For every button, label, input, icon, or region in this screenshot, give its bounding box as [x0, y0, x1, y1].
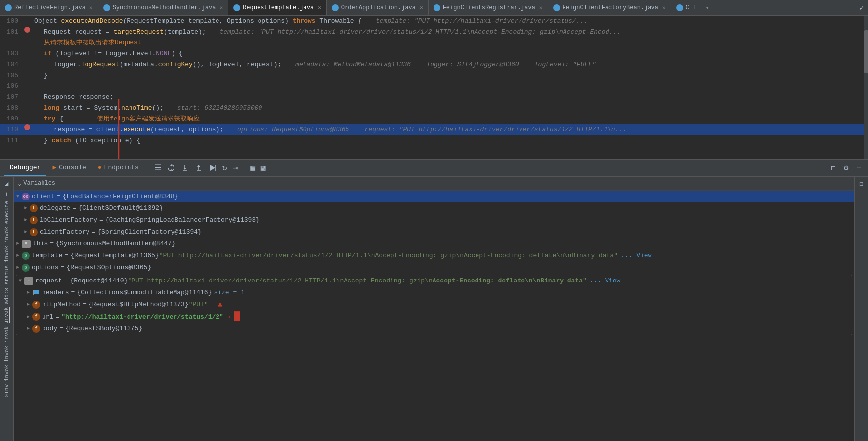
tab-more-button[interactable]: ▾: [701, 4, 713, 12]
tab-feign-factory[interactable]: FeignClientFactoryBean.java ✕: [548, 0, 671, 15]
invok-item-6[interactable]: invok: [4, 365, 10, 381]
execute-item[interactable]: execute: [4, 201, 10, 224]
tab-label: FeignClientsRegistrar.java: [443, 4, 535, 11]
var-row-url[interactable]: ► f url = "http://hailtaxi-driver/driver…: [16, 311, 852, 323]
expand-icon[interactable]: ►: [24, 289, 32, 297]
var-row-delegate[interactable]: ► f delegate = {Client$Default@11392}: [14, 202, 854, 214]
var-equals: =: [83, 301, 87, 308]
tab-order-app[interactable]: OrderApplication.java ✕: [327, 0, 429, 15]
var-row-body[interactable]: ► f body = {Request$Body@11375}: [16, 323, 852, 335]
flag-icon: [32, 289, 40, 297]
code-line-101: 101 Request request = targetRequest(temp…: [0, 27, 868, 38]
var-row-client[interactable]: ▼ oo client = {LoadBalancerFeignClient@8…: [14, 191, 854, 202]
expand-icon[interactable]: ▼: [16, 277, 24, 285]
add3-item[interactable]: add:3: [4, 288, 10, 304]
line-content: response = client.execute(request, optio…: [32, 124, 868, 135]
var-row-headers[interactable]: ► headers = {Collections$UnmodifiableMap…: [16, 287, 852, 299]
layout-btn[interactable]: ◻: [828, 161, 839, 175]
settings-btn[interactable]: ⚙: [841, 161, 852, 175]
status-item[interactable]: status: [4, 265, 10, 285]
force-step-btn[interactable]: ⇥: [230, 161, 241, 175]
close-icon[interactable]: ✕: [662, 4, 666, 11]
step-out-btn[interactable]: [192, 162, 206, 174]
watches-btn[interactable]: ▦: [247, 161, 258, 175]
checkmark-icon[interactable]: ✓: [859, 3, 864, 13]
expand-icon[interactable]: ►: [22, 216, 30, 224]
layout-icon[interactable]: ◻: [860, 180, 864, 188]
code-line-103: 103 if (logLevel != Logger.Level.NONE) {: [0, 48, 868, 59]
var-extra: size = 1: [214, 289, 244, 296]
close-icon[interactable]: ✕: [89, 4, 93, 11]
invok-item-3[interactable]: invok: [3, 307, 10, 323]
expand-icon[interactable]: ►: [14, 252, 22, 260]
var-name: httpMethod: [42, 301, 81, 308]
close-icon[interactable]: ✕: [539, 4, 543, 11]
close-icon[interactable]: ✕: [318, 4, 321, 11]
var-row-lb-factory[interactable]: ► f lbClientFactory = {CachingSpringLoad…: [14, 214, 854, 226]
filter-btn[interactable]: ◢: [5, 180, 9, 188]
close-icon[interactable]: ✕: [420, 4, 423, 11]
tab-synchronous[interactable]: SynchronousMethodHandler.java ✕: [98, 0, 228, 15]
var-row-request[interactable]: ▼ ≡ request = {Request@11410} "PUT http:…: [16, 275, 852, 287]
var-value-str: "PUT http://hailtaxi-driver/driver/statu…: [159, 252, 618, 259]
expand-icon[interactable]: ►: [24, 301, 32, 309]
var-row-httpmethod[interactable]: ► f httpMethod = {Request$HttpMethod@113…: [16, 299, 852, 311]
toolbar-separator-2: [244, 163, 244, 173]
collapse-vars-btn[interactable]: ⌄: [18, 180, 21, 187]
expand-icon[interactable]: ►: [24, 313, 32, 321]
tab-label: C I: [686, 4, 696, 11]
run-to-cursor-btn[interactable]: [206, 162, 219, 174]
step-into-btn[interactable]: [178, 162, 192, 174]
tab-endpoints[interactable]: ● Endpoints: [92, 160, 145, 176]
var-equals: =: [59, 325, 63, 332]
tab-console[interactable]: ▶ Console: [46, 160, 91, 176]
expand-icon[interactable]: ►: [22, 228, 30, 236]
variables-list[interactable]: ▼ oo client = {LoadBalancerFeignClient@8…: [14, 191, 854, 441]
flag-svg: [33, 290, 39, 296]
var-value: {RequestTemplate@11365}: [70, 252, 159, 259]
step-over-btn[interactable]: [164, 162, 178, 174]
tab-label: SynchronousMethodHandler.java: [113, 4, 216, 11]
step-out-icon: [195, 164, 203, 172]
invok-item-4[interactable]: invok: [4, 326, 10, 343]
invok-item-5[interactable]: invok: [4, 346, 10, 362]
tab-feign-clients[interactable]: FeignClientsRegistrar.java ✕: [429, 0, 548, 15]
code-line-108: 108 long start = System.nanoTime(); star…: [0, 103, 868, 114]
view-link[interactable]: ... View: [621, 252, 651, 259]
type-badge-f: f: [32, 325, 40, 333]
0inv-item[interactable]: 0Inv: [4, 384, 10, 397]
expand-icon[interactable]: ►: [14, 240, 22, 248]
add-watch-btn[interactable]: +: [5, 191, 9, 198]
var-row-this[interactable]: ► ≡ this = {SynchronousMethodHandler@844…: [14, 238, 854, 250]
hamburger-btn[interactable]: ☰: [151, 161, 164, 175]
line-number: 107: [0, 92, 22, 103]
expand-icon[interactable]: ▼: [14, 193, 22, 200]
vertical-scrollbar[interactable]: [864, 16, 868, 159]
tab-request-template[interactable]: RequestTemplate.java ✕: [228, 0, 327, 15]
close-icon[interactable]: ✕: [220, 4, 223, 11]
expand-icon[interactable]: ►: [14, 264, 22, 272]
tab-debugger[interactable]: Debugger: [4, 160, 46, 176]
frames-btn[interactable]: ▩: [258, 161, 269, 175]
var-row-template[interactable]: ► p template = {RequestTemplate@11365} "…: [14, 250, 854, 262]
var-row-client-factory[interactable]: ► f clientFactory = {SpringClientFactory…: [14, 226, 854, 238]
var-row-options[interactable]: ► p options = {Request$Options@8365}: [14, 262, 854, 274]
var-name: headers: [42, 289, 69, 296]
tab-ci[interactable]: C I: [671, 0, 702, 15]
tab-reflective-feign[interactable]: ReflectiveFeign.java ✕: [0, 0, 98, 15]
expand-icon[interactable]: ►: [22, 204, 30, 212]
breakpoint-icon: [24, 124, 30, 130]
code-line-104: 104 logger.logRequest(metadata.configKey…: [0, 59, 868, 70]
scrollbar-thumb[interactable]: [864, 30, 868, 73]
line-content: }: [32, 70, 868, 81]
minimize-btn[interactable]: −: [853, 161, 864, 174]
var-equals: =: [72, 204, 76, 212]
line-gutter: [22, 124, 32, 130]
reset-btn[interactable]: ↻: [219, 161, 230, 175]
expand-icon[interactable]: ►: [24, 325, 32, 333]
var-name: client: [32, 193, 55, 200]
invok-item-1[interactable]: invok: [4, 227, 10, 243]
invok-item-2[interactable]: invok: [4, 246, 10, 262]
view-link[interactable]: ... View: [590, 277, 620, 284]
var-name: this: [33, 240, 48, 247]
